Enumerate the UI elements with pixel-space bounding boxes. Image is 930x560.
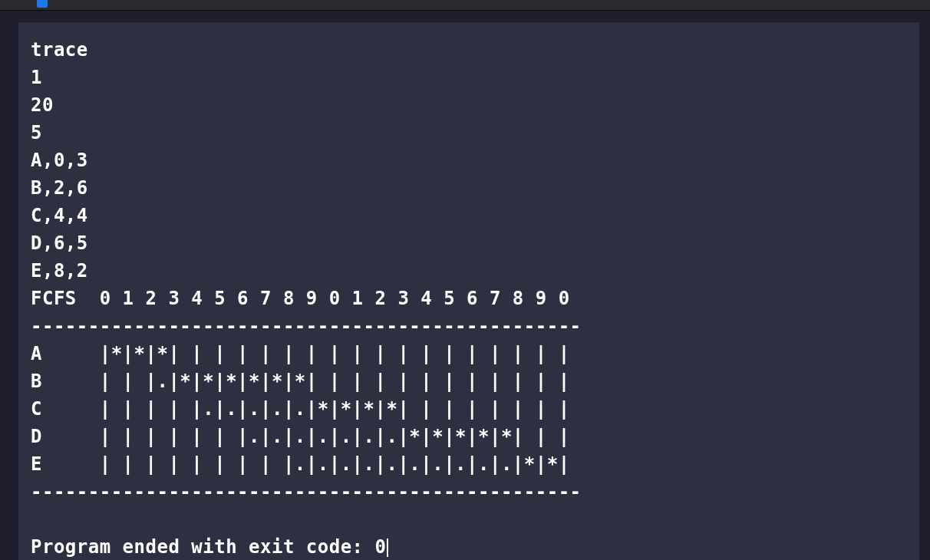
console-output: trace 1 20 5 A,0,3 B,2,6 C,4,4 D,6,5 E,8… — [18, 22, 919, 560]
console-panel[interactable]: trace 1 20 5 A,0,3 B,2,6 C,4,4 D,6,5 E,8… — [18, 21, 919, 560]
input-count: 5 — [31, 122, 42, 143]
trace-row: A |*|*|*| | | | | | | | | | | | | | | | … — [31, 343, 582, 364]
exit-message: Program ended with exit code: 0 — [31, 536, 386, 558]
trace-divider: ----------------------------------------… — [31, 481, 582, 502]
trace-header: FCFS 0 1 2 3 4 5 6 7 8 9 0 1 2 3 4 5 6 7… — [31, 288, 582, 309]
input-limit: 20 — [31, 94, 54, 116]
cursor — [387, 539, 388, 557]
process-line: E,8,2 — [31, 260, 88, 282]
input-algorithm: 1 — [31, 67, 42, 88]
trace-row: D | | | | | | |.|.|.|.|.|.|.|*|*|*|*|*| … — [31, 426, 582, 447]
trace-divider: ----------------------------------------… — [31, 315, 582, 337]
trace-row: E | | | | | | | | |.|.|.|.|.|.|.|.|.|.|*… — [31, 453, 582, 475]
toolbar — [0, 0, 930, 11]
trace-row: C | | | | |.|.|.|.|.|*|*|*|*| | | | | | … — [31, 398, 582, 420]
process-line: A,0,3 — [31, 150, 88, 171]
input-mode: trace — [31, 39, 88, 61]
gutter — [18, 22, 26, 560]
app-icon — [37, 0, 48, 8]
process-line: D,6,5 — [31, 232, 88, 254]
process-line: C,4,4 — [31, 205, 88, 226]
process-line: B,2,6 — [31, 177, 88, 199]
trace-row: B | | |.|*|*|*|*|*|*| | | | | | | | | | … — [31, 371, 582, 392]
